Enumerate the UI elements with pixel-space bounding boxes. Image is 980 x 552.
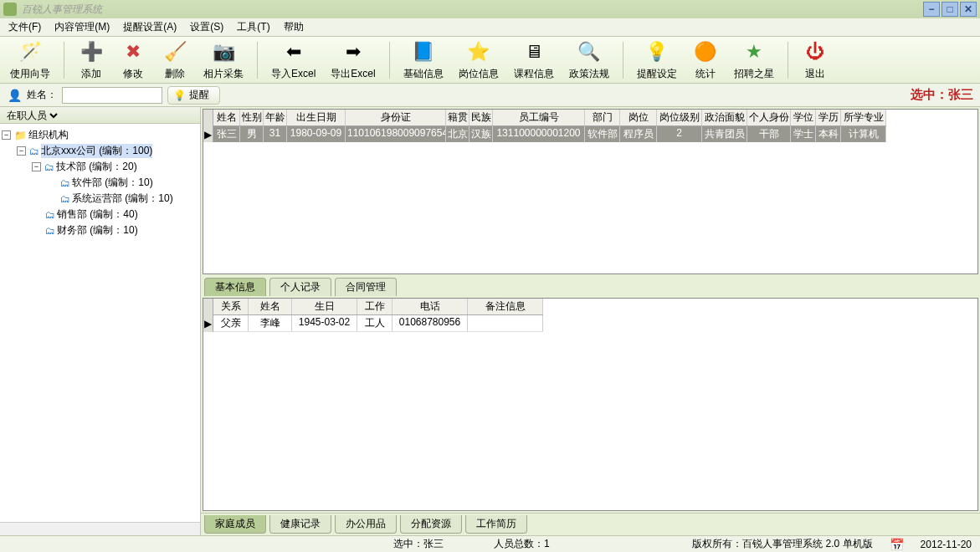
col-header[interactable]: 备注信息 [468,299,543,314]
tab-basic-info[interactable]: 基本信息 [204,278,266,296]
menu-settings[interactable]: 设置(S) [187,18,227,36]
tree-dept-ops[interactable]: 🗂 系统运营部 (编制：10) [2,191,198,207]
col-header[interactable]: 岗位 [620,110,657,125]
col-header[interactable]: 电话 [393,299,468,314]
col-header[interactable]: 生日 [292,299,357,314]
menu-content[interactable]: 内容管理(M) [51,18,113,36]
修改-icon: ✖ [120,38,146,65]
close-button[interactable]: ✕ [960,2,977,17]
col-header[interactable]: 部门 [585,110,620,125]
tree-root[interactable]: − 📁 组织机构 [2,127,198,143]
col-header[interactable]: 工作 [357,299,393,314]
col-header[interactable]: 个人身份 [747,110,791,125]
menu-tools[interactable]: 工具(T) [233,18,273,36]
tool-提醒设定[interactable]: 💡提醒设定 [634,37,680,83]
tool-删除[interactable]: 🧹删除 [158,37,192,83]
tree-dept-sales[interactable]: 🗂 销售部 (编制：40) [2,207,198,222]
tool-修改[interactable]: ✖修改 [116,37,150,83]
col-header[interactable]: 关系 [213,299,249,314]
cell: 汉族 [469,126,493,142]
menu-remind[interactable]: 提醒设置(A) [120,18,180,36]
col-header[interactable]: 年龄 [264,110,287,125]
col-header[interactable]: 身份证 [346,110,446,125]
toolbar: 🪄使用向导➕添加✖修改🧹删除📷相片采集⬅导入Excel➡导出Excel📘基础信息… [0,37,980,84]
cell: 2 [657,126,702,142]
collapse-icon[interactable]: − [17,146,26,156]
org-icon: 🗂 [44,161,54,173]
tab-contract[interactable]: 合同管理 [335,278,397,296]
tool-导入Excel[interactable]: ⬅导入Excel [268,37,319,83]
col-header[interactable]: 性别 [240,110,264,125]
导出Excel-icon: ➡ [340,38,367,65]
minimize-button[interactable]: − [923,2,940,17]
table-row[interactable]: 张三男311980-09-09110106198009097654北京汉族131… [213,126,886,142]
name-label: 姓名： [27,88,57,102]
岗位信息-icon: ⭐ [465,38,492,65]
org-icon: 🗂 [45,225,55,237]
calendar-icon: 📅 [890,538,904,551]
cell: 31 [264,126,287,142]
menu-help[interactable]: 帮助 [280,18,307,36]
cell: 131100000001200 [493,126,585,142]
tab-health[interactable]: 健康记录 [269,515,331,534]
collapse-icon[interactable]: − [2,130,11,140]
col-header[interactable]: 所学专业 [841,110,886,125]
name-input[interactable] [62,87,162,104]
cell: 男 [240,126,264,142]
cell: 01068780956 [393,315,468,331]
collapse-icon[interactable]: − [32,162,41,171]
detail-grid: 关系姓名生日工作电话备注信息 ▶ 父亲李峰1945-03-02工人0106878… [203,298,978,511]
selected-indicator: 选中：张三 [911,87,973,103]
tool-统计[interactable]: 🟠统计 [689,37,722,83]
sidebar-dropdown[interactable]: 在职人员 [0,107,200,124]
添加-icon: ➕ [78,38,105,65]
col-header[interactable]: 姓名 [213,110,240,125]
tool-添加[interactable]: ➕添加 [74,37,108,83]
staff-status-select[interactable]: 在职人员 [3,109,60,122]
tab-resume[interactable]: 工作简历 [465,515,527,534]
maximize-button[interactable]: □ [942,2,958,17]
tool-招聘之星[interactable]: ★招聘之星 [731,37,777,83]
col-header[interactable]: 员工编号 [493,110,585,125]
col-header[interactable]: 政治面貌 [702,110,747,125]
tool-基础信息[interactable]: 📘基础信息 [400,37,447,83]
col-header[interactable]: 籍贯 [446,110,469,125]
row-marker[interactable]: ▶ [203,126,213,142]
sidebar: 在职人员 − 📁 组织机构 − 🗂 北京xxx公司 (编制：100) − 🗂 技… [0,107,201,535]
menu-file[interactable]: 文件(F) [5,18,44,36]
tool-岗位信息[interactable]: ⭐岗位信息 [455,37,502,83]
tree-dept-soft[interactable]: 🗂 软件部 (编制：10) [2,175,198,191]
tool-导出Excel[interactable]: ➡导出Excel [327,37,378,83]
col-header[interactable]: 学历 [816,110,841,125]
tree-dept-fin[interactable]: 🗂 财务部 (编制：10) [2,222,198,238]
status-copyright: 版权所有：百锐人事管理系统 2.0 单机版 [692,537,872,551]
remind-button[interactable]: 💡 提醒 [167,86,220,105]
row-marker[interactable]: ▶ [203,315,213,332]
sidebar-hscroll[interactable] [0,522,200,535]
org-icon: 🗂 [29,146,39,157]
table-row[interactable]: 父亲李峰1945-03-02工人01068780956 [213,315,543,332]
col-header[interactable]: 姓名 [249,299,292,314]
org-icon: 🗂 [60,193,70,205]
tab-personal-record[interactable]: 个人记录 [269,278,331,296]
tab-family[interactable]: 家庭成员 [204,515,266,534]
tool-相片采集[interactable]: 📷相片采集 [200,37,247,83]
使用向导-icon: 🪄 [17,38,44,65]
org-icon: 🗂 [60,177,70,189]
col-header[interactable]: 民族 [469,110,493,125]
tab-resource[interactable]: 分配资源 [400,515,462,534]
tool-退出[interactable]: ⏻退出 [798,37,832,83]
lower-tabs: 家庭成员 健康记录 办公用品 分配资源 工作简历 [201,513,980,535]
tool-课程信息[interactable]: 🖥课程信息 [511,37,557,83]
col-header[interactable]: 出生日期 [287,110,346,125]
app-title: 百锐人事管理系统 [22,3,102,17]
col-header[interactable]: 学位 [791,110,816,125]
tree-dept-tech[interactable]: − 🗂 技术部 (编制：20) [2,159,198,175]
tree-company[interactable]: − 🗂 北京xxx公司 (编制：100) [2,143,198,159]
tool-使用向导[interactable]: 🪄使用向导 [7,37,54,83]
tab-office[interactable]: 办公用品 [335,515,397,534]
tool-政策法规[interactable]: 🔍政策法规 [566,37,613,83]
titlebar: 百锐人事管理系统 − □ ✕ [0,0,980,18]
col-header[interactable]: 岗位级别 [657,110,702,125]
cell: 110106198009097654 [346,126,446,142]
